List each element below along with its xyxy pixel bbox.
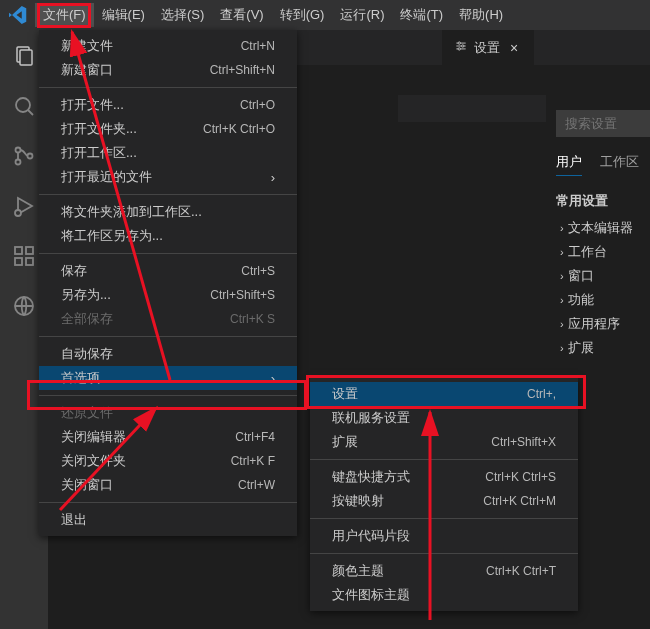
settings-panel: 用户 工作区 常用设置 ›文本编辑器 ›工作台 ›窗口 ›功能 ›应用程序 ›扩… xyxy=(556,110,650,360)
menu-save[interactable]: 保存Ctrl+S xyxy=(39,259,297,283)
menu-open-workspace[interactable]: 打开工作区... xyxy=(39,141,297,165)
svg-point-4 xyxy=(16,148,21,153)
tree-item-application[interactable]: ›应用程序 xyxy=(556,312,650,336)
scope-tabs: 用户 工作区 xyxy=(556,153,650,176)
menu-save-as[interactable]: 另存为...Ctrl+Shift+S xyxy=(39,283,297,307)
tree-item-extensions[interactable]: ›扩展 xyxy=(556,336,650,360)
tree-label: 文本编辑器 xyxy=(568,219,633,237)
menu-online-services[interactable]: 联机服务设置 xyxy=(310,406,578,430)
menu-revert: 还原文件 xyxy=(39,401,297,425)
menu-auto-save[interactable]: 自动保存 xyxy=(39,342,297,366)
menu-close-folder[interactable]: 关闭文件夹Ctrl+K F xyxy=(39,449,297,473)
menu-preferences[interactable]: 首选项› xyxy=(39,366,297,390)
tab-settings[interactable]: 设置 × xyxy=(442,30,534,65)
preferences-dropdown: 设置Ctrl+, 联机服务设置 扩展Ctrl+Shift+X 键盘快捷方式Ctr… xyxy=(310,378,578,611)
file-dropdown: 新建文件Ctrl+N 新建窗口Ctrl+Shift+N 打开文件...Ctrl+… xyxy=(39,30,297,536)
menu-close-window[interactable]: 关闭窗口Ctrl+W xyxy=(39,473,297,497)
svg-point-17 xyxy=(458,42,460,44)
chevron-right-icon: › xyxy=(560,246,564,258)
svg-rect-9 xyxy=(15,247,22,254)
chevron-right-icon: › xyxy=(271,170,275,185)
scope-user[interactable]: 用户 xyxy=(556,153,582,176)
menu-edit[interactable]: 编辑(E) xyxy=(94,3,153,27)
menu-icon-theme[interactable]: 文件图标主题 xyxy=(310,583,578,607)
tree-head[interactable]: 常用设置 xyxy=(556,192,650,210)
titlebar: 文件(F) 编辑(E) 选择(S) 查看(V) 转到(G) 运行(R) 终端(T… xyxy=(0,0,650,30)
menu-run[interactable]: 运行(R) xyxy=(332,3,392,27)
menu-exit[interactable]: 退出 xyxy=(39,508,297,532)
menu-keymap[interactable]: 按键映射Ctrl+K Ctrl+M xyxy=(310,489,578,513)
menu-terminal[interactable]: 终端(T) xyxy=(392,3,451,27)
menu-save-workspace[interactable]: 将工作区另存为... xyxy=(39,224,297,248)
menu-open-file[interactable]: 打开文件...Ctrl+O xyxy=(39,93,297,117)
menu-user-snippets[interactable]: 用户代码片段 xyxy=(310,524,578,548)
svg-line-3 xyxy=(28,110,33,115)
svg-point-5 xyxy=(16,160,21,165)
svg-point-2 xyxy=(16,98,30,112)
menu-add-folder[interactable]: 将文件夹添加到工作区... xyxy=(39,200,297,224)
svg-rect-10 xyxy=(15,258,22,265)
svg-point-6 xyxy=(28,154,33,159)
search-input[interactable] xyxy=(556,110,650,137)
tree-label: 应用程序 xyxy=(568,315,620,333)
menu-extensions[interactable]: 扩展Ctrl+Shift+X xyxy=(310,430,578,454)
menu-close-editor[interactable]: 关闭编辑器Ctrl+F4 xyxy=(39,425,297,449)
vscode-icon xyxy=(0,6,35,24)
chevron-right-icon: › xyxy=(560,270,564,282)
menu-select[interactable]: 选择(S) xyxy=(153,3,212,27)
chevron-right-icon: › xyxy=(560,294,564,306)
menu-view[interactable]: 查看(V) xyxy=(212,3,271,27)
chevron-right-icon: › xyxy=(560,342,564,354)
svg-rect-11 xyxy=(26,258,33,265)
tree-item-text-editor[interactable]: ›文本编辑器 xyxy=(556,216,650,240)
menu-file[interactable]: 文件(F) xyxy=(35,3,94,27)
settings-tab-icon xyxy=(454,39,468,56)
svg-rect-12 xyxy=(26,247,33,254)
tree-label: 窗口 xyxy=(568,267,594,285)
menu-settings[interactable]: 设置Ctrl+, xyxy=(310,382,578,406)
tree-label: 工作台 xyxy=(568,243,607,261)
menu-help[interactable]: 帮助(H) xyxy=(451,3,511,27)
chevron-right-icon: › xyxy=(271,371,275,386)
chevron-right-icon: › xyxy=(560,222,564,234)
chevron-right-icon: › xyxy=(560,318,564,330)
breadcrumb-strip xyxy=(398,95,546,122)
tree-item-window[interactable]: ›窗口 xyxy=(556,264,650,288)
svg-point-18 xyxy=(462,45,464,47)
settings-tree: 常用设置 ›文本编辑器 ›工作台 ›窗口 ›功能 ›应用程序 ›扩展 xyxy=(556,192,650,360)
tree-label: 功能 xyxy=(568,291,594,309)
menu-new-window[interactable]: 新建窗口Ctrl+Shift+N xyxy=(39,58,297,82)
tab-label: 设置 xyxy=(474,39,500,57)
tree-item-features[interactable]: ›功能 xyxy=(556,288,650,312)
menu-open-folder[interactable]: 打开文件夹...Ctrl+K Ctrl+O xyxy=(39,117,297,141)
svg-point-8 xyxy=(15,210,21,216)
svg-rect-1 xyxy=(20,50,32,65)
tree-label: 扩展 xyxy=(568,339,594,357)
menu-color-theme[interactable]: 颜色主题Ctrl+K Ctrl+T xyxy=(310,559,578,583)
tree-item-workbench[interactable]: ›工作台 xyxy=(556,240,650,264)
close-icon[interactable]: × xyxy=(506,40,522,56)
menu-new-file[interactable]: 新建文件Ctrl+N xyxy=(39,34,297,58)
menu-open-recent[interactable]: 打开最近的文件› xyxy=(39,165,297,189)
menubar: 文件(F) 编辑(E) 选择(S) 查看(V) 转到(G) 运行(R) 终端(T… xyxy=(35,3,511,27)
scope-workspace[interactable]: 工作区 xyxy=(600,153,639,176)
menu-go[interactable]: 转到(G) xyxy=(272,3,333,27)
menu-save-all: 全部保存Ctrl+K S xyxy=(39,307,297,331)
svg-point-19 xyxy=(458,48,460,50)
menu-keyboard-shortcuts[interactable]: 键盘快捷方式Ctrl+K Ctrl+S xyxy=(310,465,578,489)
